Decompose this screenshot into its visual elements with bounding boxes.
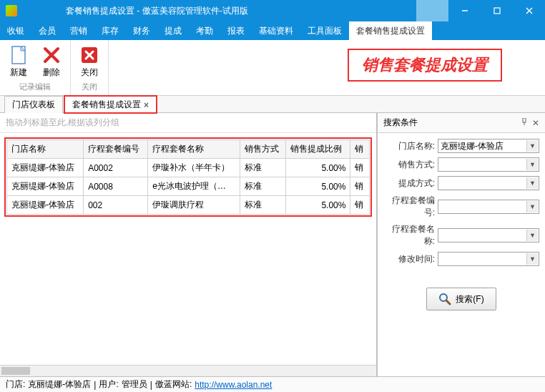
- grid-highlight: 门店名称疗程套餐编号疗程套餐名称销售方式销售提成比例销 克丽缇娜-体验店A000…: [4, 137, 372, 217]
- menu-item[interactable]: 提成: [157, 21, 189, 41]
- close-icon: [79, 45, 99, 65]
- field-input[interactable]: ▼: [438, 157, 539, 172]
- status-user-label: 用户:: [99, 378, 118, 391]
- menu-item[interactable]: 库存: [94, 21, 126, 41]
- chevron-down-icon[interactable]: ▼: [526, 201, 538, 212]
- magnifier-icon: [438, 293, 451, 305]
- maximize-button[interactable]: [481, 0, 513, 21]
- field-input[interactable]: 克丽缇娜-体验店▼: [438, 139, 539, 153]
- titlebar-blank[interactable]: [416, 0, 448, 21]
- horizontal-scrollbar[interactable]: [0, 365, 376, 376]
- status-store-label: 门店:: [6, 378, 25, 391]
- table-row[interactable]: 克丽缇娜-体验店A0002伊璇补水（半年卡）标准5.00%销: [7, 159, 370, 177]
- field-label: 提成方式:: [383, 177, 435, 190]
- menu-item[interactable]: 报表: [220, 21, 252, 41]
- group-by-hint: 拖动列标题至此,根据该列分组: [0, 113, 376, 133]
- chevron-down-icon[interactable]: ▼: [526, 177, 538, 189]
- new-button[interactable]: 新建: [4, 43, 33, 80]
- menu-item[interactable]: 工具面板: [300, 21, 349, 41]
- svg-rect-1: [494, 8, 500, 14]
- ribbon-banner: 销售套餐提成设置: [348, 49, 502, 82]
- tab-close-icon[interactable]: ×: [144, 100, 149, 110]
- window-title: 套餐销售提成设置 - 傲蓝美容院管理软件-试用版: [23, 5, 416, 17]
- document-tabs: 门店仪表板套餐销售提成设置×: [0, 96, 545, 113]
- table-row[interactable]: 克丽缇娜-体验店002伊璇调肤疗程标准5.00%销: [7, 196, 370, 215]
- menu-item[interactable]: 营销: [63, 21, 94, 41]
- chevron-down-icon[interactable]: ▼: [526, 159, 538, 170]
- column-header[interactable]: 销售方式: [240, 140, 286, 159]
- chevron-down-icon[interactable]: ▼: [526, 140, 538, 152]
- status-store: 克丽缇娜-体验店: [28, 378, 91, 391]
- search-button-label: 搜索(F): [456, 293, 483, 305]
- field-label: 门店名称:: [383, 140, 435, 152]
- field-input[interactable]: ▼: [438, 176, 539, 190]
- panel-close-icon[interactable]: ✕: [532, 118, 539, 128]
- chevron-down-icon[interactable]: ▼: [526, 230, 538, 241]
- minimize-button[interactable]: [448, 0, 481, 21]
- menu-item[interactable]: 收银: [0, 21, 31, 41]
- search-button[interactable]: 搜索(F): [426, 288, 496, 310]
- column-header[interactable]: 疗程套餐名称: [148, 140, 240, 159]
- menu-item[interactable]: 会员: [31, 21, 63, 41]
- svg-line-14: [446, 300, 450, 304]
- app-icon: [6, 5, 17, 16]
- new-icon: [9, 45, 29, 65]
- grid-panel: 拖动列标题至此,根据该列分组 门店名称疗程套餐编号疗程套餐名称销售方式销售提成比…: [0, 113, 377, 376]
- field-label: 疗程套餐名称:: [383, 223, 435, 248]
- menubar: 收银会员营销库存财务提成考勤报表基础资料工具面板套餐销售提成设置: [0, 21, 545, 40]
- field-label: 销售方式:: [383, 159, 435, 171]
- close-button[interactable]: [513, 0, 545, 21]
- field-label: 修改时间:: [383, 253, 435, 265]
- document-tab[interactable]: 套餐销售提成设置×: [64, 96, 157, 113]
- menu-item[interactable]: 套餐销售提成设置: [349, 21, 432, 41]
- titlebar: 套餐销售提成设置 - 傲蓝美容院管理软件-试用版: [0, 0, 545, 21]
- document-tab[interactable]: 门店仪表板: [4, 96, 63, 113]
- field-input[interactable]: ▼: [438, 200, 539, 214]
- status-site-label: 傲蓝网站:: [155, 378, 192, 391]
- status-site-link[interactable]: http://www.aolan.net: [195, 380, 272, 390]
- close-button[interactable]: 关闭: [75, 43, 104, 80]
- menu-item[interactable]: 财务: [126, 21, 157, 41]
- chevron-down-icon[interactable]: ▼: [526, 253, 538, 265]
- field-label: 疗程套餐编号:: [383, 195, 435, 219]
- column-header[interactable]: 销售提成比例: [286, 140, 350, 159]
- svg-rect-11: [523, 118, 526, 122]
- field-input[interactable]: ▼: [438, 228, 539, 242]
- search-panel-title: 搜索条件: [383, 117, 418, 129]
- delete-button[interactable]: 删除: [37, 43, 66, 80]
- column-header[interactable]: 销: [350, 140, 370, 159]
- status-user: 管理员: [122, 378, 147, 391]
- menu-item[interactable]: 考勤: [189, 21, 220, 41]
- statusbar: 门店: 克丽缇娜-体验店 | 用户: 管理员 | 傲蓝网站: http://ww…: [0, 376, 545, 392]
- column-header[interactable]: 疗程套餐编号: [84, 140, 148, 159]
- field-input[interactable]: ▼: [438, 252, 539, 266]
- delete-icon: [41, 45, 62, 65]
- menu-item[interactable]: 基础资料: [252, 21, 300, 41]
- column-header[interactable]: 门店名称: [7, 140, 84, 159]
- ribbon: 新建删除记录编辑关闭关闭 销售套餐提成设置: [0, 40, 545, 96]
- pin-icon[interactable]: [521, 118, 528, 128]
- table-row[interactable]: 克丽缇娜-体验店A0008e光冰电波护理（…标准5.00%销: [7, 177, 370, 196]
- search-panel: 搜索条件 ✕ 门店名称:克丽缇娜-体验店▼销售方式:▼提成方式:▼疗程套餐编号:…: [377, 113, 545, 376]
- data-grid[interactable]: 门店名称疗程套餐编号疗程套餐名称销售方式销售提成比例销 克丽缇娜-体验店A000…: [6, 139, 370, 215]
